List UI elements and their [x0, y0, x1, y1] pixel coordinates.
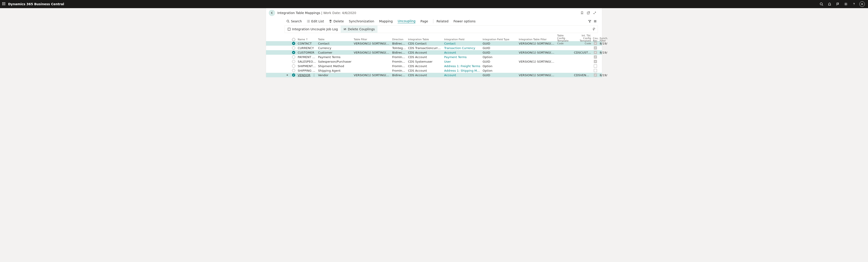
- cell-table-filter[interactable]: VERSION(1) SORTING(Field1) W...: [354, 74, 392, 77]
- cell-cou-rec-checkbox[interactable]: [593, 74, 600, 77]
- row-selector[interactable]: [291, 74, 298, 77]
- table-row[interactable]: VENDOR ⋮VendorVERSION(1) SORTING(Field1)…: [266, 73, 602, 77]
- table-row[interactable]: SHIPPING ...Shipping AgentFromIntegr...C…: [266, 68, 602, 73]
- cell-int-tbl-cfg-template[interactable]: CDSVENDOR: [574, 74, 593, 77]
- cell-synch-filter[interactable]: 8/19/: [600, 42, 613, 45]
- col-integ-field[interactable]: Integration Field: [444, 38, 483, 41]
- cell-name[interactable]: SHIPPING ...: [298, 69, 318, 72]
- cell-direction[interactable]: FromIntegr...: [392, 60, 408, 63]
- cell-integration-field[interactable]: Contact: [444, 42, 483, 45]
- cell-table[interactable]: Customer: [318, 51, 354, 54]
- edit-list-command[interactable]: Edit List: [307, 20, 324, 23]
- cell-cou-rec-checkbox[interactable]: [593, 51, 600, 54]
- cell-name[interactable]: PAYMENT T...: [298, 55, 318, 59]
- cell-table[interactable]: Shipment Method: [318, 64, 354, 68]
- cell-integration-table[interactable]: CDS Transactioncurrency: [408, 46, 444, 50]
- related-menu[interactable]: Related: [436, 20, 448, 23]
- table-row[interactable]: SALESPEOP...Salesperson/PurchaserFromInt…: [266, 59, 602, 64]
- cell-integration-table[interactable]: CDS Account: [408, 64, 444, 68]
- cell-integration-table[interactable]: CDS Account: [408, 55, 444, 59]
- synchronization-menu[interactable]: Synchronization: [349, 20, 374, 23]
- cell-cou-rec-checkbox[interactable]: [593, 60, 600, 63]
- cell-integration-field[interactable]: Address 1: Shipping Method: [444, 69, 483, 72]
- cell-integration-field-type[interactable]: GUID: [483, 42, 519, 45]
- cell-name[interactable]: CONTACT: [298, 42, 318, 45]
- search-icon[interactable]: [817, 0, 826, 8]
- cell-name[interactable]: SALESPEOP...: [298, 60, 318, 63]
- cell-cou-rec-checkbox[interactable]: [593, 42, 600, 45]
- cell-name[interactable]: CURRENCY: [298, 46, 318, 50]
- row-selector[interactable]: [291, 51, 298, 54]
- bookmark-icon[interactable]: [579, 11, 585, 14]
- cell-direction[interactable]: FromIntegr...: [392, 69, 408, 72]
- cell-name[interactable]: CUSTOMER: [298, 51, 318, 54]
- cell-integration-field[interactable]: Payment Terms: [444, 55, 483, 59]
- cell-integration-table-filter[interactable]: VERSION(1) SORTING(Field1) W...: [519, 60, 557, 63]
- col-table-filter[interactable]: Table Filter: [354, 38, 392, 41]
- cell-table[interactable]: Contact: [318, 42, 354, 45]
- fewer-options[interactable]: Fewer options: [454, 20, 475, 23]
- cell-cou-rec-checkbox[interactable]: [593, 69, 600, 72]
- row-selector[interactable]: [291, 42, 298, 45]
- cell-integration-field-type[interactable]: GUID: [483, 60, 519, 63]
- settings-gear-icon[interactable]: [842, 0, 850, 8]
- filter-icon[interactable]: [587, 20, 592, 23]
- col-table[interactable]: Table: [318, 38, 354, 41]
- col-integ-table-filter[interactable]: Integration Table Filter: [519, 38, 557, 41]
- app-launcher-icon[interactable]: [2, 2, 6, 6]
- cell-name[interactable]: VENDOR ⋮: [298, 73, 318, 77]
- uncouple-job-log-button[interactable]: Integration Uncouple Job Log: [285, 26, 341, 33]
- cell-table[interactable]: Salesperson/Purchaser: [318, 60, 354, 63]
- uncoupling-menu[interactable]: Uncoupling: [398, 19, 415, 23]
- cell-cou-rec-checkbox[interactable]: [593, 46, 600, 50]
- table-row[interactable]: SHIPMENT ...Shipment MethodFromIntegr...…: [266, 64, 602, 68]
- delete-couplings-button[interactable]: Delete Couplings: [341, 26, 377, 33]
- cell-integration-table-filter[interactable]: VERSION(1) SORTING(Field1) W...: [519, 51, 557, 54]
- cell-integration-field[interactable]: Account: [444, 74, 483, 77]
- cell-integration-table-filter[interactable]: VERSION(1) SORTING(Field1) W...: [519, 74, 557, 77]
- back-button[interactable]: [269, 10, 275, 16]
- mapping-menu[interactable]: Mapping: [379, 20, 393, 23]
- search-command[interactable]: Search: [286, 20, 302, 23]
- cell-table[interactable]: Shipping Agent: [318, 69, 354, 72]
- cell-synch-filter[interactable]: 8/19/: [600, 74, 613, 77]
- cell-integration-table-filter[interactable]: VERSION(1) SORTING(Field1) W...: [519, 42, 557, 45]
- cell-table-filter[interactable]: VERSION(1) SORTING(Field1) W...: [354, 42, 392, 45]
- cell-table[interactable]: Vendor: [318, 74, 354, 77]
- cell-direction[interactable]: FromIntegr...: [392, 55, 408, 59]
- help-icon[interactable]: [850, 0, 858, 8]
- cell-integration-table[interactable]: CDS Account: [408, 74, 444, 77]
- open-new-window-icon[interactable]: [585, 11, 592, 14]
- user-avatar[interactable]: IK: [860, 1, 865, 7]
- cell-direction[interactable]: FromIntegr...: [392, 64, 408, 68]
- cell-integration-field-type[interactable]: Option: [483, 55, 519, 59]
- cell-direction[interactable]: ToIntegrati...: [392, 46, 408, 50]
- delete-command[interactable]: Delete: [329, 20, 344, 23]
- row-selector[interactable]: [291, 64, 298, 67]
- cell-synch-filter[interactable]: 8/19/: [600, 51, 613, 54]
- cell-integration-field-type[interactable]: Option: [483, 69, 519, 72]
- cell-cou-rec-checkbox[interactable]: [593, 64, 600, 67]
- page-menu[interactable]: Page: [421, 20, 428, 23]
- cell-int-tbl-cfg-template[interactable]: CDSCUSTOME: [574, 51, 593, 54]
- row-selector[interactable]: [291, 60, 298, 63]
- cell-integration-field-type[interactable]: GUID: [483, 46, 519, 50]
- cell-integration-table[interactable]: CDS Account: [408, 69, 444, 72]
- cell-table[interactable]: Currency: [318, 46, 354, 50]
- cell-integration-field[interactable]: Transaction Currency: [444, 46, 483, 50]
- row-selector[interactable]: [291, 46, 298, 50]
- cell-integration-field[interactable]: User: [444, 60, 483, 63]
- cell-integration-field-type[interactable]: Option: [483, 64, 519, 68]
- cell-table-filter[interactable]: VERSION(1) SORTING(Field1) W...: [354, 51, 392, 54]
- table-row[interactable]: PAYMENT T...Payment TermsFromIntegr...CD…: [266, 55, 602, 59]
- col-integ-field-type[interactable]: Integration Field Type: [483, 38, 519, 41]
- cell-table[interactable]: Payment Terms: [318, 55, 354, 59]
- cell-direction[interactable]: Bidirectional: [392, 51, 408, 54]
- col-name[interactable]: Name ↑: [298, 38, 318, 41]
- row-actions-icon[interactable]: ⋮: [310, 73, 316, 77]
- cell-cou-rec-checkbox[interactable]: [593, 55, 600, 59]
- collapse-icon[interactable]: [592, 11, 598, 14]
- cell-integration-table[interactable]: CDS Account: [408, 51, 444, 54]
- flag-icon[interactable]: [834, 0, 842, 8]
- cell-integration-field[interactable]: Account: [444, 51, 483, 54]
